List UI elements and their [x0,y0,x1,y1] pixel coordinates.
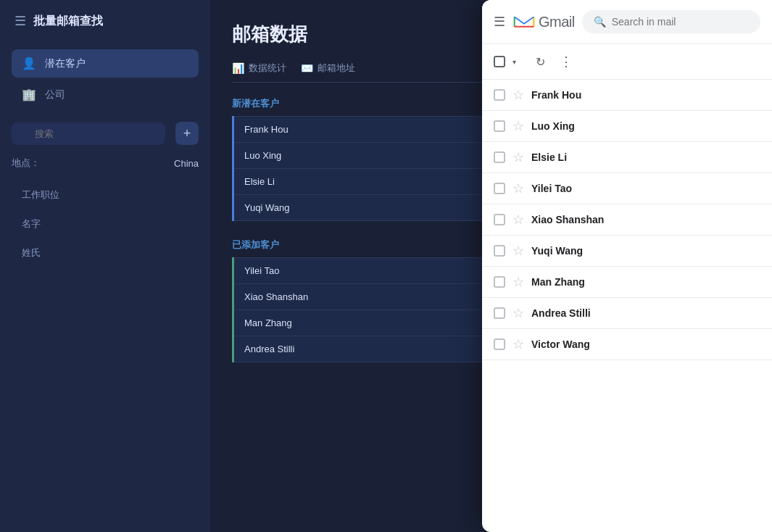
gmail-email-row[interactable]: ☆ Andrea Stilli [482,298,772,329]
sidebar-item-prospect-label: 潜在客户 [45,57,86,70]
email-sender-name: Yuqi Wang [531,245,760,257]
gmail-logo-text: Gmail [539,14,575,30]
row-name: Man Zhang [233,310,518,336]
filter-label: 地点： [12,157,40,170]
gmail-search-icon: 🔍 [594,16,606,28]
email-sender-name: Man Zhang [531,276,760,288]
gmail-email-row[interactable]: ☆ Man Zhang [482,267,772,298]
email-sender-name: Elsie Li [531,151,760,163]
gmail-email-row[interactable]: ☆ Xiao Shanshan [482,204,772,236]
select-all-checkbox[interactable] [494,56,505,67]
tab-data-stats-label: 数据统计 [249,62,286,75]
row-name: Luo Xing [233,143,486,169]
gmail-m-icon [512,13,536,30]
email-checkbox[interactable] [494,276,505,288]
gmail-email-row[interactable]: ☆ Victor Wang [482,329,772,360]
gmail-logo: Gmail [512,13,575,30]
tab-email-address[interactable]: ✉️ 邮箱地址 [301,62,355,82]
gmail-email-row[interactable]: ☆ Yilei Tao [482,173,772,204]
mail-icon: ✉️ [301,62,313,74]
email-star-icon[interactable]: ☆ [512,212,524,228]
gmail-panel: ☰ Gmail 🔍 ▾ ↻ ⋮ [482,0,772,532]
search-input[interactable] [12,122,165,145]
sidebar-fields: 工作职位 名字 姓氏 [0,175,210,273]
email-sender-name: Luo Xing [531,120,760,132]
gmail-email-row[interactable]: ☆ Frank Hou [482,80,772,111]
gmail-email-list: ☆ Frank Hou ☆ Luo Xing ☆ Elsie Li ☆ Yile… [482,80,772,532]
app-title: 批量邮箱查找 [33,14,103,29]
sidebar-search-row: 🔍 + [0,122,210,145]
email-checkbox[interactable] [494,307,505,319]
email-sender-name: Victor Wang [531,338,760,350]
tab-email-address-label: 邮箱地址 [317,62,355,75]
email-star-icon[interactable]: ☆ [512,149,524,165]
sidebar-item-company[interactable]: 🏢 公司 [12,80,199,109]
filter-value: China [174,158,199,169]
gmail-email-row[interactable]: ☆ Luo Xing [482,111,772,142]
more-options-button[interactable]: ⋮ [555,50,578,73]
email-checkbox[interactable] [494,120,505,132]
gmail-search-bar[interactable]: 🔍 [582,10,760,33]
email-checkbox[interactable] [494,89,505,101]
row-name: Elsie Li [233,169,486,195]
gmail-menu-icon[interactable]: ☰ [494,14,505,30]
gmail-email-row[interactable]: ☆ Yuqi Wang [482,236,772,267]
field-last-name[interactable]: 姓氏 [12,239,199,267]
refresh-button[interactable]: ↻ [528,50,552,73]
select-dropdown-icon[interactable]: ▾ [508,56,520,67]
building-icon: 🏢 [22,88,36,101]
sidebar-header: ☰ 批量邮箱查找 [0,0,210,42]
email-checkbox[interactable] [494,151,505,163]
row-name: Yuqi Wang [233,195,486,221]
search-wrap: 🔍 [12,122,170,145]
row-name: Yilei Tao [233,258,518,284]
email-checkbox[interactable] [494,214,505,225]
add-button[interactable]: + [175,122,199,145]
sidebar: ☰ 批量邮箱查找 👤 潜在客户 🏢 公司 🔍 + 地点： China 工作职位 … [0,0,210,532]
person-icon: 👤 [22,57,36,70]
menu-lines-icon: ☰ [14,13,26,29]
email-star-icon[interactable]: ☆ [512,118,524,134]
email-star-icon[interactable]: ☆ [512,243,524,259]
tab-data-stats[interactable]: 📊 数据统计 [232,62,286,82]
email-checkbox[interactable] [494,245,505,257]
email-star-icon[interactable]: ☆ [512,87,524,103]
gmail-toolbar: ▾ ↻ ⋮ [482,44,772,80]
email-checkbox[interactable] [494,183,505,194]
email-star-icon[interactable]: ☆ [512,274,524,290]
sidebar-filter-row: 地点： China [0,151,210,175]
sidebar-nav: 👤 潜在客户 🏢 公司 [0,42,210,116]
row-name: Xiao Shanshan [233,284,518,310]
sidebar-item-prospect[interactable]: 👤 潜在客户 [12,49,199,78]
email-sender-name: Andrea Stilli [531,307,760,319]
field-first-name[interactable]: 名字 [12,210,199,238]
sidebar-item-company-label: 公司 [45,88,65,101]
email-star-icon[interactable]: ☆ [512,180,524,196]
email-star-icon[interactable]: ☆ [512,305,524,321]
email-sender-name: Xiao Shanshan [531,214,760,225]
gmail-email-row[interactable]: ☆ Elsie Li [482,142,772,173]
field-job-title[interactable]: 工作职位 [12,181,199,209]
email-star-icon[interactable]: ☆ [512,336,524,352]
email-sender-name: Frank Hou [531,89,760,101]
email-sender-name: Yilei Tao [531,183,760,194]
gmail-header: ☰ Gmail 🔍 [482,0,772,44]
row-name: Andrea Stilli [233,336,518,362]
chart-icon: 📊 [232,62,244,74]
email-checkbox[interactable] [494,338,505,350]
gmail-search-input[interactable] [612,16,749,28]
row-name: Frank Hou [233,117,486,143]
